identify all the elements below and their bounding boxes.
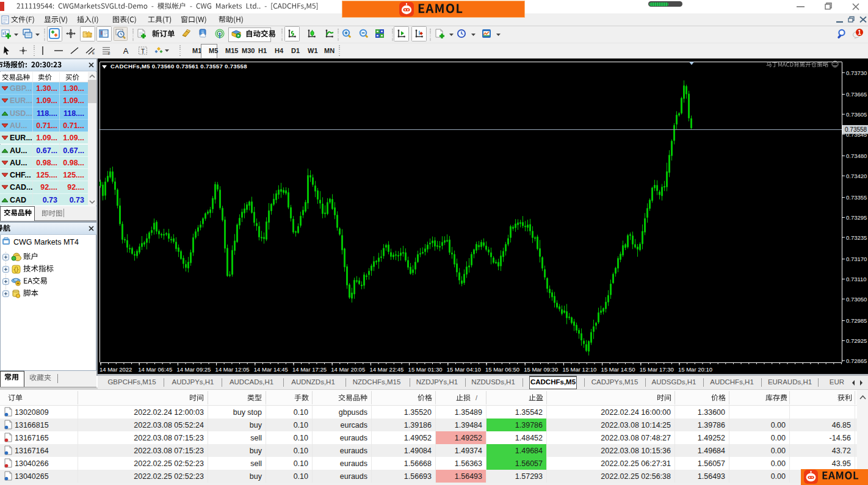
svg-text:14 Mar 14:45: 14 Mar 14:45: [254, 366, 288, 373]
svg-text:0.73420: 0.73420: [846, 173, 867, 179]
svg-text:14 Mar 2022: 14 Mar 2022: [99, 366, 132, 373]
svg-text:15 Mar 06:50: 15 Mar 06:50: [485, 366, 519, 373]
svg-text:F: F: [108, 52, 110, 56]
svg-text:0.73355: 0.73355: [846, 194, 867, 201]
svg-text:0.73050: 0.73050: [846, 296, 867, 303]
svg-text:15 Mar 04:10: 15 Mar 04:10: [447, 366, 481, 373]
svg-text:0.73480: 0.73480: [846, 153, 867, 159]
svg-text:14 Mar 06:45: 14 Mar 06:45: [138, 366, 172, 373]
svg-text:1: 1: [858, 29, 861, 36]
svg-text:0.73295: 0.73295: [846, 214, 867, 221]
svg-text:14 Mar 17:25: 14 Mar 17:25: [292, 366, 327, 373]
svg-text:15 Mar 17:30: 15 Mar 17:30: [640, 366, 674, 373]
svg-text:0.72985: 0.72985: [846, 317, 867, 324]
svg-text:A: A: [123, 46, 129, 56]
svg-text:0.73110: 0.73110: [846, 276, 867, 282]
svg-text:15 Mar 14:50: 15 Mar 14:50: [601, 366, 635, 373]
svg-text:15 Mar 12:10: 15 Mar 12:10: [562, 366, 596, 373]
svg-text:0.72925: 0.72925: [846, 337, 867, 344]
svg-text:0.73605: 0.73605: [846, 111, 867, 118]
svg-text:CADCHFs,M5 0.73560 0.73561 0.: CADCHFs,M5 0.73560 0.73561 0.73557 0.735…: [110, 63, 247, 70]
svg-text:0.73558: 0.73558: [845, 126, 867, 133]
svg-text:15 Mar 20:10: 15 Mar 20:10: [678, 366, 712, 373]
svg-text:14 Mar 12:05: 14 Mar 12:05: [215, 366, 250, 373]
svg-text:15 Mar 01:30: 15 Mar 01:30: [408, 366, 443, 373]
svg-text:0.72865: 0.72865: [846, 357, 867, 364]
svg-text:14 Mar 20:05: 14 Mar 20:05: [331, 366, 365, 373]
svg-text:T: T: [141, 48, 145, 55]
svg-text:E: E: [92, 51, 95, 55]
svg-text:0.73170: 0.73170: [846, 256, 867, 262]
svg-text:0.73730: 0.73730: [846, 70, 867, 76]
svg-text:0.73235: 0.73235: [846, 234, 867, 241]
svg-text:15 Mar 09:30: 15 Mar 09:30: [524, 366, 558, 373]
svg-text:14 Mar 22:45: 14 Mar 22:45: [369, 366, 403, 373]
svg-text:14 Mar 09:25: 14 Mar 09:25: [176, 366, 211, 373]
svg-text:0.73665: 0.73665: [846, 91, 867, 98]
